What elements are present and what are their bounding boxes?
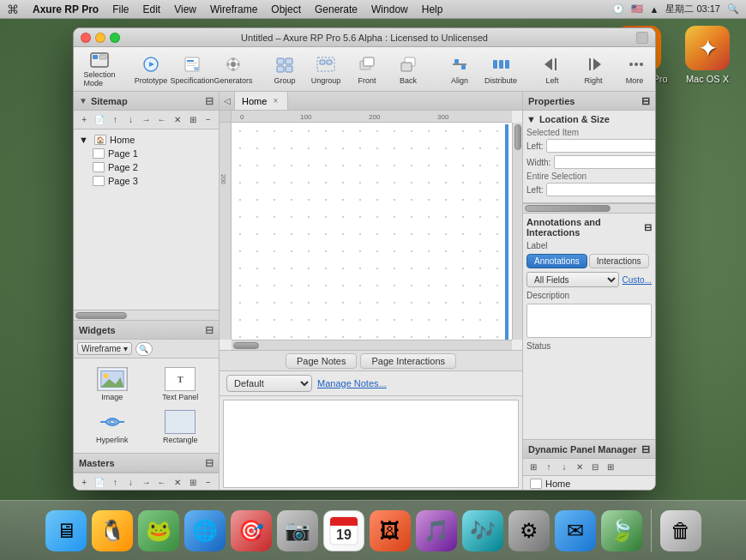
masters-btn7[interactable]: ✕ — [171, 476, 184, 490]
widgets-search[interactable]: 🔍 — [135, 342, 153, 356]
sitemap-expand[interactable]: ▼ — [79, 96, 87, 105]
left-input[interactable] — [546, 139, 656, 153]
dock-camera[interactable]: 📷 — [277, 510, 318, 551]
front-button[interactable]: Front — [348, 51, 386, 88]
page-interactions-tab[interactable]: Page Interactions — [360, 353, 456, 369]
canvas-hscroll-thumb[interactable] — [233, 342, 259, 349]
ann-fields-dropdown[interactable]: All Fields — [526, 272, 619, 287]
canvas-scrollbar-v[interactable] — [512, 123, 522, 340]
dpm-btn4[interactable]: ✕ — [573, 461, 587, 473]
dpm-btn6[interactable]: ⊞ — [604, 461, 617, 473]
window-menu[interactable]: Window — [371, 3, 408, 15]
apple-menu[interactable]: ⌘ — [7, 3, 19, 16]
sitemap-up-btn[interactable]: ↑ — [108, 113, 122, 127]
sitemap-add-btn[interactable]: + — [77, 113, 91, 127]
tab-home[interactable]: Home × — [235, 92, 288, 110]
masters-btn6[interactable]: ← — [155, 476, 169, 490]
tab-nav-left[interactable]: ◁ — [220, 92, 235, 110]
prototype-button[interactable]: Prototype — [132, 51, 170, 88]
sitemap-move-btn[interactable]: ⊞ — [186, 113, 200, 127]
props-scrollbar[interactable] — [523, 203, 655, 214]
dock-leaf[interactable]: 🍃 — [601, 510, 642, 551]
sitemap-page-btn[interactable]: 📄 — [93, 113, 106, 127]
sitemap-outdent-btn[interactable]: ← — [155, 113, 169, 127]
dock-safari[interactable]: 🌐 — [184, 510, 226, 551]
masters-collapse-icon[interactable]: ⊟ — [205, 457, 214, 469]
masters-btn2[interactable]: 📄 — [93, 476, 106, 490]
wireframe-menu[interactable]: Wireframe — [210, 3, 257, 15]
dpm-home-item[interactable]: Home — [523, 476, 655, 491]
description-input[interactable] — [526, 304, 652, 338]
dock-itunes[interactable]: 🎶 — [462, 510, 503, 551]
help-menu[interactable]: Help — [422, 3, 443, 15]
ungroup-button[interactable]: Ungroup — [307, 51, 345, 88]
sitemap-down-btn[interactable]: ↓ — [123, 113, 137, 127]
masters-btn4[interactable]: ↓ — [123, 476, 137, 490]
widget-image[interactable]: Image — [79, 364, 146, 405]
masters-btn5[interactable]: → — [139, 476, 153, 490]
dock-music[interactable]: 🎵 — [416, 510, 457, 551]
props-scrollbar-thumb[interactable] — [525, 205, 611, 212]
dpm-btn2[interactable]: ↑ — [542, 461, 556, 473]
widgets-dropdown[interactable]: Wireframe ▾ — [77, 342, 132, 355]
sitemap-collapse-icon[interactable]: ⊟ — [205, 95, 214, 107]
dock-trash[interactable]: 🗑 — [660, 510, 701, 551]
dock-finder[interactable]: 🖥 — [45, 510, 87, 551]
location-size-expand-icon[interactable]: ▼ — [526, 114, 536, 124]
sitemap-page1[interactable]: Page 1 — [74, 147, 219, 160]
masters-btn1[interactable]: + — [77, 476, 91, 490]
page-notes-tab[interactable]: Page Notes — [286, 353, 357, 369]
notes-content-area[interactable] — [223, 400, 519, 488]
canvas-vscroll-thumb[interactable] — [514, 124, 521, 150]
specification-button[interactable]: W Specification — [173, 51, 211, 88]
align-button[interactable]: Align — [441, 51, 478, 88]
minimize-button[interactable] — [95, 33, 105, 43]
generate-menu[interactable]: Generate — [315, 3, 358, 15]
group-button[interactable]: Group — [266, 51, 304, 88]
sitemap-scrollbar[interactable] — [74, 310, 219, 320]
manage-notes-link[interactable]: Manage Notes... — [317, 378, 387, 388]
dock-photos[interactable]: 🖼 — [370, 510, 411, 551]
dock-mail[interactable]: ✉ — [555, 510, 596, 551]
widget-text-panel[interactable]: T Text Panel — [147, 364, 214, 405]
more-button[interactable]: More — [616, 51, 653, 88]
interactions-tab[interactable]: Interactions — [589, 254, 649, 268]
object-menu[interactable]: Object — [271, 3, 301, 15]
view-menu[interactable]: View — [174, 3, 196, 15]
dock-calendar[interactable]: 19 — [323, 510, 364, 551]
sitemap-home[interactable]: ▼ 🏠 Home — [74, 133, 219, 147]
widgets-collapse-icon[interactable]: ⊟ — [205, 324, 214, 336]
tab-home-close[interactable]: × — [270, 96, 280, 106]
file-menu[interactable]: File — [112, 3, 129, 15]
canvas-scrollbar-h[interactable] — [232, 340, 512, 350]
dock-penguin[interactable]: 🐧 — [92, 510, 133, 551]
right-button[interactable]: Right — [575, 51, 612, 88]
distribute-button[interactable]: Distribute — [482, 51, 520, 88]
maximize-button[interactable] — [110, 33, 120, 43]
edit-menu[interactable]: Edit — [142, 3, 160, 15]
close-button[interactable] — [81, 33, 91, 43]
properties-collapse-icon[interactable]: ⊟ — [641, 95, 650, 107]
zoom-button[interactable] — [636, 32, 648, 44]
sitemap-collapse-btn[interactable]: − — [202, 113, 215, 127]
notes-dropdown[interactable]: Default — [226, 375, 312, 392]
dpm-collapse-icon[interactable]: ⊟ — [641, 443, 650, 455]
macosx-desktop-icon[interactable]: ✦ Mac OS X — [677, 26, 737, 84]
ann-custom-link[interactable]: Custo... — [623, 275, 652, 285]
sitemap-scrollbar-thumb[interactable] — [75, 312, 127, 319]
selection-mode-button[interactable]: Selection Mode — [81, 51, 118, 88]
annotations-collapse-icon[interactable]: ⊟ — [644, 222, 652, 233]
dpm-btn3[interactable]: ↓ — [557, 461, 571, 473]
widget-hyperlink[interactable]: Hyperlink — [79, 406, 146, 448]
dock-frog[interactable]: 🐸 — [138, 510, 179, 551]
masters-btn3[interactable]: ↑ — [108, 476, 122, 490]
search-icon[interactable]: 🔍 — [727, 3, 739, 15]
masters-btn8[interactable]: ⊞ — [186, 476, 200, 490]
sitemap-del-btn[interactable]: ✕ — [171, 113, 184, 127]
masters-btn9[interactable]: − — [202, 476, 215, 490]
dpm-btn1[interactable]: ⊞ — [526, 461, 540, 473]
dock-target[interactable]: 🎯 — [231, 510, 272, 551]
canvas-blue-handle[interactable] — [505, 124, 512, 340]
sitemap-page2[interactable]: Page 2 — [74, 160, 219, 174]
generators-button[interactable]: Generators — [214, 51, 252, 88]
